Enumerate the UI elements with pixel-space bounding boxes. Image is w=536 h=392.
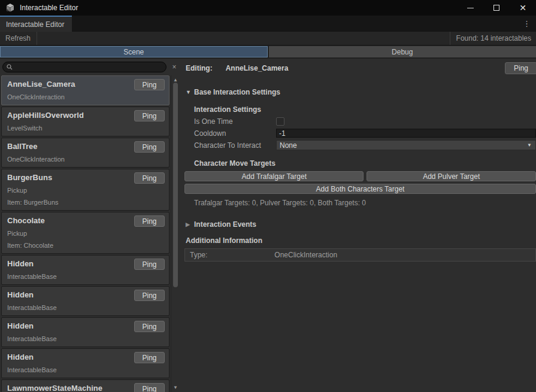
minimize-icon	[467, 8, 474, 8]
dropdown-value: None	[280, 141, 297, 150]
scrollbar-thumb[interactable]	[173, 83, 178, 287]
search-input[interactable]	[16, 63, 161, 71]
item-ping-button[interactable]: Ping	[134, 215, 165, 227]
additional-information-header: Additional Information	[186, 236, 536, 245]
interactable-list: AnneLise_Camera Ping OneClickInteraction…	[0, 75, 180, 392]
window-controls: ✕	[457, 0, 536, 16]
is-one-time-row: Is One Time	[194, 117, 536, 126]
tab-interactable-editor[interactable]: Interactable Editor	[0, 16, 72, 32]
editing-label: Editing:	[186, 64, 213, 72]
list-item[interactable]: Hidden Ping InteractableBase	[1, 348, 169, 378]
add-both-characters-target-button[interactable]: Add Both Characters Target	[184, 184, 536, 194]
scene-list-panel: × AnneLise_Camera Ping OneClickInteracti…	[0, 59, 180, 392]
search-clear-button[interactable]: ×	[170, 63, 178, 71]
item-type: InteractableBase	[7, 273, 164, 280]
foldout-base-interaction-settings[interactable]: ▼ Base Interaction Settings	[180, 88, 536, 96]
add-pulver-target-button[interactable]: Add Pulver Target	[367, 171, 536, 181]
list-item[interactable]: LawnmowerStateMachine Ping OneClickInter…	[1, 379, 169, 392]
is-one-time-label: Is One Time	[194, 117, 276, 126]
search-field[interactable]	[2, 62, 166, 72]
character-to-interact-row: Character To Interact None ▼	[194, 140, 536, 150]
targets-summary: Trafalgar Targets: 0, Pulver Targets: 0,…	[194, 199, 536, 207]
add-target-buttons-row: Add Trafalgar Target Add Pulver Target	[184, 171, 536, 181]
tab-scene[interactable]: Scene	[0, 46, 268, 57]
character-to-interact-label: Character To Interact	[194, 141, 276, 150]
is-one-time-checkbox[interactable]	[276, 117, 284, 126]
interactable-editor-window: Interactable Editor ✕ Interactable Edito…	[0, 0, 536, 392]
app-cube-icon	[5, 3, 15, 13]
item-ping-button[interactable]: Ping	[134, 352, 165, 363]
type-value: OneClickInteraction	[274, 251, 337, 259]
item-ping-button[interactable]: Ping	[134, 172, 165, 184]
refresh-button[interactable]: Refresh	[0, 32, 37, 45]
cooldown-label: Cooldown	[194, 129, 276, 138]
close-icon: ✕	[519, 4, 526, 12]
item-type: Pickup	[7, 187, 164, 194]
add-trafalgar-target-button[interactable]: Add Trafalgar Target	[184, 171, 364, 181]
maximize-button[interactable]	[483, 0, 510, 16]
item-ping-button[interactable]: Ping	[134, 110, 165, 121]
foldout-label: Base Interaction Settings	[194, 88, 280, 96]
list-scrollbar[interactable]: ▲ ▼	[171, 75, 180, 392]
item-type: Pickup	[7, 230, 164, 237]
minimize-button[interactable]	[457, 0, 483, 16]
item-payload: Item: BurgerBuns	[7, 199, 164, 206]
inspector-ping-button[interactable]: Ping	[505, 62, 536, 74]
list-item[interactable]: Hidden Ping InteractableBase	[1, 255, 169, 285]
foldout-interaction-events[interactable]: ▶ Interaction Events	[180, 220, 536, 229]
type-info-box: Type: OneClickInteraction	[184, 248, 536, 262]
scroll-down-icon[interactable]: ▼	[171, 384, 180, 391]
editing-value: AnneLise_Camera	[226, 64, 289, 72]
list-item[interactable]: Hidden Ping InteractableBase	[1, 317, 169, 347]
item-type: LevelSwitch	[7, 124, 164, 132]
item-payload: Item: Chocolate	[7, 242, 164, 249]
character-to-interact-dropdown[interactable]: None ▼	[276, 140, 536, 150]
item-type: InteractableBase	[7, 366, 164, 373]
tab-debug[interactable]: Debug	[269, 46, 536, 57]
item-ping-button[interactable]: Ping	[134, 259, 165, 270]
foldout-collapsed-icon: ▶	[186, 221, 194, 227]
tab-label: Interactable Editor	[6, 20, 64, 29]
type-label: Type:	[190, 251, 207, 259]
interaction-settings-header: Interaction Settings	[194, 105, 536, 114]
window-title: Interactable Editor	[20, 4, 78, 12]
item-ping-button[interactable]: Ping	[134, 79, 165, 90]
cooldown-field[interactable]: -1	[276, 129, 536, 138]
titlebar: Interactable Editor ✕	[0, 0, 536, 16]
main-content: × AnneLise_Camera Ping OneClickInteracti…	[0, 59, 536, 392]
item-ping-button[interactable]: Ping	[134, 383, 165, 392]
list-item[interactable]: BallTree Ping OneClickInteraction	[1, 138, 169, 168]
cooldown-row: Cooldown -1	[194, 129, 536, 138]
view-tabs: Scene Debug	[0, 45, 536, 59]
tab-menu-button[interactable]: ⋮	[520, 16, 534, 32]
foldout-open-icon: ▼	[186, 89, 194, 95]
close-button[interactable]: ✕	[510, 0, 536, 16]
character-move-targets-header: Character Move Targets	[194, 159, 536, 168]
list-item[interactable]: AnneLise_Camera Ping OneClickInteraction	[1, 75, 169, 105]
item-ping-button[interactable]: Ping	[134, 290, 165, 301]
search-row: ×	[0, 59, 180, 75]
item-type: OneClickInteraction	[7, 93, 164, 101]
foldout-label: Interaction Events	[194, 220, 256, 229]
list-item[interactable]: Chocolate Ping Pickup Item: Chocolate	[1, 212, 169, 254]
maximize-icon	[493, 5, 499, 11]
item-ping-button[interactable]: Ping	[134, 141, 165, 153]
item-type: OneClickInteraction	[7, 156, 164, 163]
list-item[interactable]: Hidden Ping InteractableBase	[1, 286, 169, 316]
list-item[interactable]: AppleHillsOverworld Ping LevelSwitch	[1, 107, 169, 136]
item-type: InteractableBase	[7, 335, 164, 342]
editor-tabbar: Interactable Editor ⋮	[0, 16, 536, 32]
editing-row: Editing: AnneLise_Camera Ping	[180, 62, 536, 74]
item-type: InteractableBase	[7, 304, 164, 311]
list-item[interactable]: BurgerBuns Ping Pickup Item: BurgerBuns	[1, 169, 169, 211]
item-ping-button[interactable]: Ping	[134, 321, 165, 332]
chevron-down-icon: ▼	[527, 142, 532, 148]
search-icon	[7, 64, 13, 70]
toolbar: Refresh Found: 14 interactables	[0, 32, 536, 45]
inspector-panel: Editing: AnneLise_Camera Ping ▼ Base Int…	[180, 59, 536, 392]
found-count-label: Found: 14 interactables	[450, 32, 536, 45]
